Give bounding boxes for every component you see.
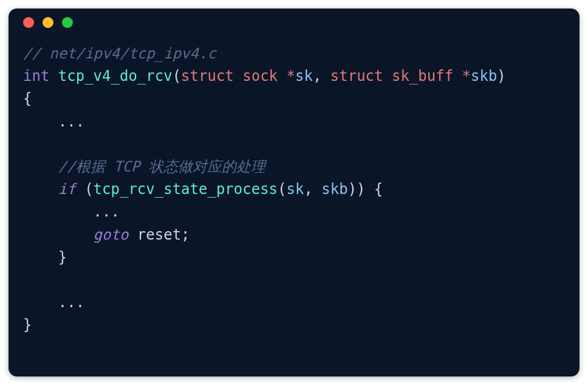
comment-cn: //根据 TCP 状态做对应的处理	[23, 158, 265, 175]
code-line-5	[23, 133, 565, 156]
close-icon[interactable]	[23, 17, 34, 28]
code-line-2: int tcp_v4_do_rcv(struct sock *sk, struc…	[23, 65, 565, 88]
param-skb: skb	[471, 68, 497, 85]
param-sk: sk	[295, 68, 313, 85]
type-sock: sock	[242, 68, 278, 85]
arg-skb: skb	[321, 181, 347, 198]
code-line-4: ...	[23, 111, 565, 133]
code-line-12: ...	[23, 291, 565, 314]
pointer-star: *	[287, 68, 295, 85]
code-line-9: goto reset;	[23, 224, 565, 246]
keyword-struct: struct	[181, 68, 234, 85]
keyword-if: if	[58, 181, 76, 198]
pointer-star: *	[462, 68, 471, 85]
code-line-1: // net/ipv4/tcp_ipv4.c	[23, 43, 565, 65]
code-line-8: ...	[23, 201, 565, 223]
minimize-icon[interactable]	[43, 17, 53, 28]
code-window: // net/ipv4/tcp_ipv4.c int tcp_v4_do_rcv…	[9, 9, 579, 376]
arg-sk: sk	[287, 181, 304, 198]
function-call: tcp_rcv_state_process	[94, 181, 278, 198]
comment-file: // net/ipv4/tcp_ipv4.c	[23, 45, 216, 62]
code-line-6: //根据 TCP 状态做对应的处理	[23, 156, 565, 178]
code-line-10: }	[23, 246, 565, 269]
code-line-7: if (tcp_rcv_state_process(sk, skb)) {	[23, 178, 565, 201]
type-skbuff: sk_buff	[392, 68, 453, 85]
keyword-goto: goto	[94, 226, 129, 243]
maximize-icon[interactable]	[62, 17, 73, 28]
titlebar	[9, 9, 579, 36]
code-line-3: {	[23, 88, 565, 110]
keyword-struct: struct	[330, 68, 383, 85]
type-int: int	[23, 68, 49, 85]
function-name: tcp_v4_do_rcv	[58, 68, 173, 85]
code-line-13: }	[23, 314, 565, 336]
code-block: // net/ipv4/tcp_ipv4.c int tcp_v4_do_rcv…	[9, 36, 579, 351]
code-line-11	[23, 269, 565, 291]
